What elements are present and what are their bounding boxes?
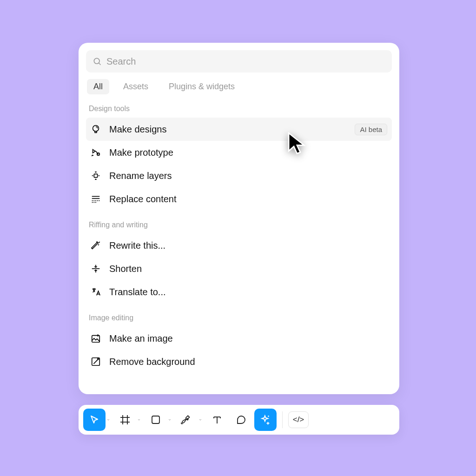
item-make-designs[interactable]: Make designs AI beta [86, 118, 392, 141]
item-label: Remove background [109, 357, 387, 367]
rename-icon [91, 171, 101, 181]
prototype-icon [91, 147, 101, 158]
idea-icon [91, 124, 101, 134]
item-make-prototype[interactable]: Make prototype [86, 141, 392, 164]
move-tool[interactable] [83, 409, 106, 431]
ai-tool[interactable] [254, 409, 277, 431]
section-title: Design tools [86, 104, 392, 118]
tab-all[interactable]: All [87, 79, 109, 94]
toolbar-separator [282, 411, 283, 428]
item-rewrite[interactable]: Rewrite this... [86, 234, 392, 257]
item-remove-bg[interactable]: Remove background [86, 350, 392, 373]
section-image-editing: Image editing Make an image Remove backg… [86, 313, 392, 373]
pen-tool[interactable] [175, 409, 198, 431]
svg-rect-4 [94, 174, 97, 177]
search-icon [93, 57, 102, 66]
svg-point-23 [268, 416, 269, 417]
chevron-down-icon[interactable] [167, 417, 173, 422]
svg-rect-10 [92, 336, 100, 343]
item-shorten[interactable]: Shorten [86, 257, 392, 280]
chevron-down-icon[interactable] [106, 417, 112, 422]
item-rename-layers[interactable]: Rename layers [86, 164, 392, 187]
replace-icon [91, 194, 101, 204]
remove-bg-icon [91, 357, 101, 367]
code-icon: </> [293, 415, 304, 424]
make-image-icon [91, 333, 101, 344]
ai-beta-badge: AI beta [355, 124, 387, 135]
item-label: Make prototype [109, 147, 387, 158]
item-label: Make designs [109, 124, 346, 135]
translate-icon [91, 287, 101, 297]
frame-tool[interactable] [114, 409, 136, 431]
item-label: Shorten [109, 264, 387, 274]
chevron-down-icon[interactable] [198, 417, 204, 422]
chevron-down-icon[interactable] [136, 417, 143, 422]
item-label: Rename layers [109, 171, 387, 181]
dev-mode-toggle[interactable]: </> [288, 411, 309, 428]
section-title: Riffing and writing [86, 220, 392, 234]
svg-rect-17 [152, 416, 159, 423]
comment-tool[interactable] [230, 409, 252, 431]
tab-plugins[interactable]: Plugins & widgets [162, 79, 241, 94]
item-make-image[interactable]: Make an image [86, 327, 392, 350]
svg-line-1 [99, 63, 101, 65]
item-label: Translate to... [109, 287, 387, 298]
svg-line-12 [93, 359, 98, 364]
item-replace-content[interactable]: Replace content [86, 187, 392, 211]
tab-assets[interactable]: Assets [117, 79, 155, 94]
actions-panel: All Assets Plugins & widgets Design tool… [79, 43, 399, 394]
search-input[interactable] [106, 56, 385, 67]
item-label: Rewrite this... [109, 240, 387, 251]
section-design-tools: Design tools Make designs AI beta Make p… [86, 104, 392, 211]
toolbar: </> [79, 405, 399, 435]
search-box[interactable] [86, 50, 392, 73]
item-label: Replace content [109, 194, 387, 205]
shorten-icon [91, 264, 101, 274]
section-title: Image editing [86, 313, 392, 327]
magic-icon [91, 240, 101, 251]
filter-tabs: All Assets Plugins & widgets [86, 79, 392, 94]
section-riffing: Riffing and writing Rewrite this... Shor… [86, 220, 392, 304]
item-label: Make an image [109, 333, 387, 344]
svg-point-0 [94, 58, 99, 64]
rectangle-tool[interactable] [145, 409, 167, 431]
svg-point-2 [93, 126, 99, 132]
text-tool[interactable] [206, 409, 228, 431]
item-translate[interactable]: Translate to... [86, 280, 392, 304]
